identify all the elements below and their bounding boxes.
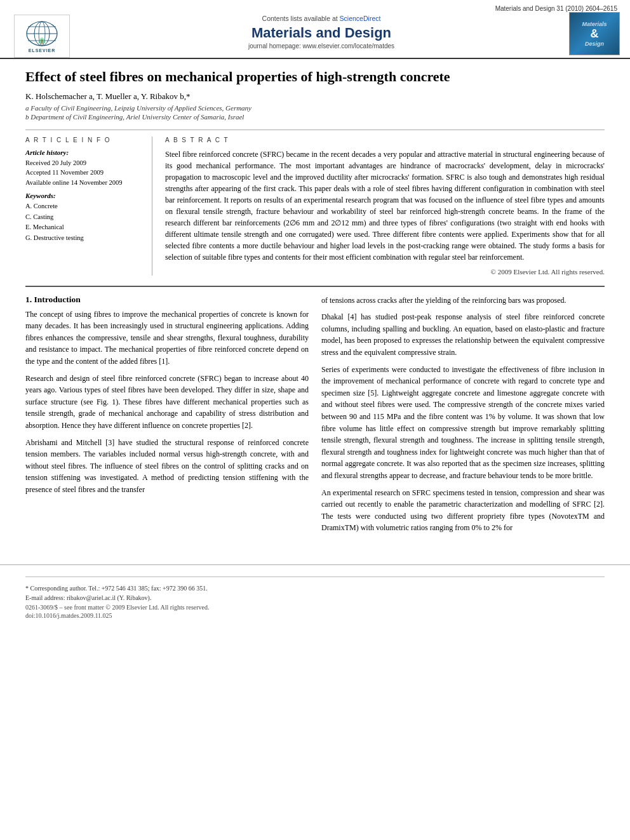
date-accepted: Accepted 11 November 2009 (25, 168, 139, 178)
article-title: Effect of steel fibres on mechanical pro… (25, 68, 605, 86)
page-footer: * Corresponding author. Tel.: +972 546 4… (0, 564, 630, 619)
svg-rect-6 (41, 39, 43, 44)
body-para1: The concept of using fibres to improve t… (25, 309, 309, 368)
main-content: Effect of steel fibres on mechanical pro… (0, 59, 630, 552)
keyword-4: G. Destructive testing (25, 233, 139, 244)
body-para-right3: Series of experiments were conducted to … (321, 364, 605, 482)
authors-line: K. Holschemacher a, T. Mueller a, Y. Rib… (25, 91, 605, 102)
col-left: 1. Introduction The concept of using fib… (25, 295, 309, 539)
journal-homepage: journal homepage: www.elsevier.com/locat… (86, 43, 556, 50)
elsevier-globe-icon (25, 20, 58, 47)
journal-logo-box: Materials & Design (569, 12, 620, 55)
keyword-3: E. Mechanical (25, 222, 139, 233)
abstract-text: Steel fibre reinforced concrete (SFRC) b… (165, 149, 605, 263)
footer-note2: E-mail address: ribakov@ariel.ac.il (Y. … (25, 593, 605, 603)
abstract-label: A B S T R A C T (165, 137, 605, 143)
article-info-label: A R T I C L E I N F O (25, 137, 139, 143)
footer-line2: doi:10.1016/j.matdes.2009.11.025 (25, 612, 605, 619)
logo-text-bottom: Design (585, 41, 604, 47)
article-info-col: A R T I C L E I N F O Article history: R… (25, 137, 152, 276)
journal-center: Contents lists available at ScienceDirec… (74, 12, 569, 50)
journal-header: Materials and Design 31 (2010) 2604–2615 (0, 0, 630, 59)
history-label: Article history: (25, 149, 139, 156)
logo-ampersand: & (591, 27, 599, 41)
keyword-1: A. Concrete (25, 201, 139, 212)
abstract-col: A B S T R A C T Steel fibre reinforced c… (152, 137, 605, 276)
sciencedirect-line: Contents lists available at ScienceDirec… (86, 15, 556, 22)
body-para-right2: Dhakal [4] has studied post-peak respons… (321, 311, 605, 358)
footer-divider (25, 577, 605, 577)
elsevier-logo-area: ELSEVIER (10, 12, 74, 58)
body-para2: Research and design of steel fibre reinf… (25, 373, 309, 432)
journal-title: Materials and Design (86, 25, 556, 41)
footer-note1: * Corresponding author. Tel.: +972 546 4… (25, 583, 605, 593)
affiliation-a: a Faculty of Civil Engineering, Leipzig … (25, 104, 605, 112)
date-received: Received 20 July 2009 (25, 158, 139, 168)
two-col-layout: 1. Introduction The concept of using fib… (25, 295, 605, 539)
body-para-right4: An experimental research on SFRC specime… (321, 487, 605, 534)
affiliation-b: b Department of Civil Engineering, Ariel… (25, 113, 605, 121)
body-para3: Abrishami and Mitchell [3] have studied … (25, 437, 309, 496)
col-right: of tensions across cracks after the yiel… (321, 295, 605, 539)
sciencedirect-link[interactable]: ScienceDirect (340, 15, 381, 22)
keywords-label: Keywords: (25, 192, 139, 199)
footer-line1: 0261-3069/$ – see front matter © 2009 El… (25, 604, 605, 611)
meta-bar: Materials and Design 31 (2010) 2604–2615 (495, 5, 617, 12)
elsevier-logo-box: ELSEVIER (14, 15, 70, 58)
page-wrapper: Materials and Design 31 (2010) 2604–2615 (0, 0, 630, 619)
date-available: Available online 14 November 2009 (25, 178, 139, 188)
logo-text-top: Materials (582, 21, 607, 27)
body-para-right1: of tensions across cracks after the yiel… (321, 295, 605, 307)
body-content: 1. Introduction The concept of using fib… (25, 286, 605, 539)
keyword-2: C. Casting (25, 212, 139, 223)
elsevier-label: ELSEVIER (29, 48, 56, 53)
copyright-line: © 2009 Elsevier Ltd. All rights reserved… (165, 268, 605, 276)
info-abstract-row: A R T I C L E I N F O Article history: R… (25, 130, 605, 276)
section1-heading: 1. Introduction (25, 295, 309, 305)
